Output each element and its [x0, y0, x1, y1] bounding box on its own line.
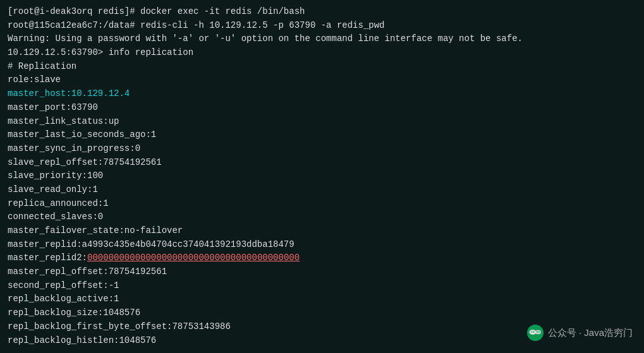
svg-point-1 — [529, 330, 536, 335]
terminal-line-21: second_repl_offset:-1 — [8, 279, 636, 293]
terminal-line-13: slave_priority:100 — [8, 169, 636, 183]
terminal-line-23: repl_backlog_size:1048576 — [8, 306, 636, 320]
terminal-line-4: 10.129.12.5:63790> info replication — [8, 46, 636, 60]
watermark: 公众号 · Java浩穷门 — [526, 324, 633, 342]
terminal-line-6: role:slave — [8, 73, 636, 87]
svg-point-4 — [533, 332, 534, 333]
terminal-line-3: Warning: Using a password with '-a' or '… — [8, 32, 636, 46]
svg-point-6 — [538, 332, 540, 333]
terminal-line-19: master_replid2:0000000000000000000000000… — [8, 251, 636, 265]
terminal-line-14: slave_read_only:1 — [8, 183, 636, 197]
terminal-line-12: slave_repl_offset:78754192561 — [8, 156, 636, 170]
terminal-line-17: master_failover_state:no-failover — [8, 224, 636, 238]
terminal-line-18: master_replid:a4993c435e4b04704cc3740413… — [8, 238, 636, 252]
terminal-window: [root@i-deak3orq redis]# docker exec -it… — [0, 0, 644, 353]
terminal-line-1: [root@i-deak3orq redis]# docker exec -it… — [8, 5, 636, 19]
terminal-line-15: replica_announced:1 — [8, 197, 636, 211]
terminal-line-8: master_port:63790 — [8, 101, 636, 115]
zeros-span: 0000000000000000000000000000000000000000 — [87, 253, 300, 263]
terminal-line-22: repl_backlog_active:1 — [8, 292, 636, 306]
svg-point-3 — [531, 332, 532, 333]
terminal-line-5: # Replication — [8, 60, 636, 74]
terminal-line-10: master_last_io_seconds_ago:1 — [8, 128, 636, 142]
terminal-line-16: connected_slaves:0 — [8, 210, 636, 224]
terminal-line-11: master_sync_in_progress:0 — [8, 142, 636, 156]
terminal-line-7: master_host:10.129.12.4 — [8, 87, 636, 101]
terminal-line-9: master_link_status:up — [8, 115, 636, 129]
svg-point-2 — [535, 330, 541, 335]
terminal-line-20: master_repl_offset:78754192561 — [8, 265, 636, 279]
svg-point-5 — [537, 332, 538, 333]
terminal-line-2: root@115ca12ea6c7:/data# redis-cli -h 10… — [8, 19, 636, 33]
watermark-text: 公众号 · Java浩穷门 — [548, 325, 633, 340]
wechat-icon — [526, 324, 544, 342]
